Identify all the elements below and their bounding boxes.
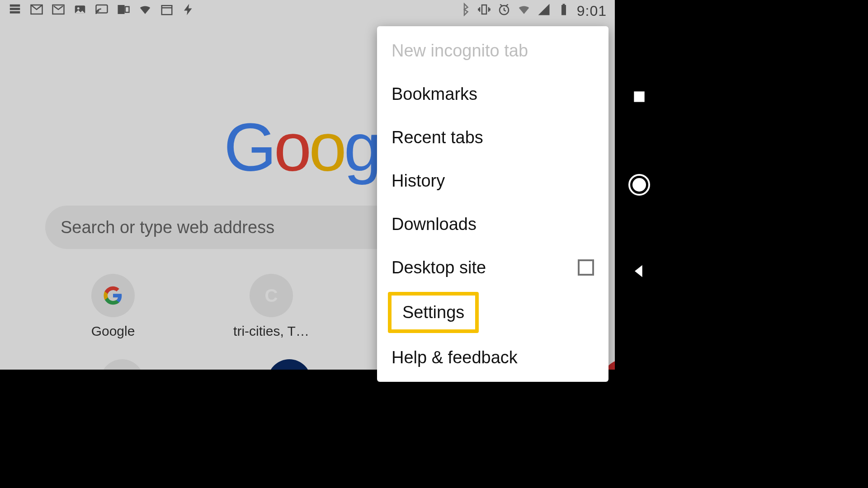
menu-downloads[interactable]: Downloads <box>377 202 609 246</box>
device-screen: 9:01 Google Search or type web address G… <box>0 0 615 370</box>
overflow-menu: New incognito tab Bookmarks Recent tabs … <box>377 26 609 382</box>
checkbox-icon[interactable] <box>578 259 594 276</box>
menu-item-label: Help & feedback <box>392 348 518 367</box>
menu-item-label: New incognito tab <box>392 41 528 61</box>
menu-recent-tabs[interactable]: Recent tabs <box>377 116 609 159</box>
svg-rect-11 <box>634 91 644 102</box>
menu-item-label: History <box>392 171 445 191</box>
menu-help-feedback[interactable]: Help & feedback <box>377 336 609 379</box>
menu-new-incognito-tab[interactable]: New incognito tab <box>377 29 609 72</box>
menu-item-label: Recent tabs <box>392 128 483 147</box>
home-button[interactable] <box>628 174 650 196</box>
back-button[interactable] <box>630 262 648 282</box>
menu-item-label: Downloads <box>392 215 476 234</box>
menu-settings[interactable]: Settings <box>388 292 479 333</box>
menu-item-label: Desktop site <box>392 258 486 277</box>
menu-desktop-site[interactable]: Desktop site <box>377 246 609 289</box>
recents-button[interactable] <box>630 88 648 108</box>
menu-bookmarks[interactable]: Bookmarks <box>377 72 609 116</box>
menu-item-label: Bookmarks <box>392 84 477 104</box>
menu-history[interactable]: History <box>377 159 609 202</box>
menu-item-label: Settings <box>402 303 464 322</box>
android-nav-bar <box>615 0 664 370</box>
